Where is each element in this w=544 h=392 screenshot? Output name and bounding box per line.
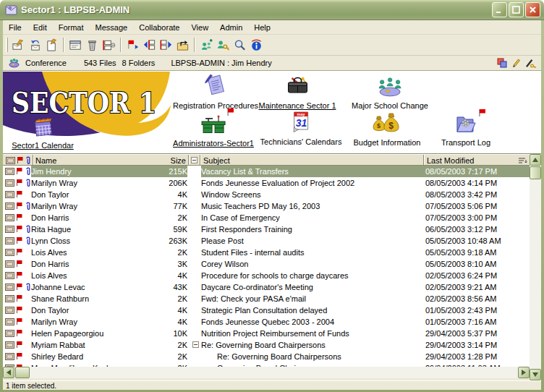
table-row[interactable]: Marilyn Wray 4K Fonds Jeunesse Quebec 20…	[3, 316, 530, 328]
folders-count: 8 Folders	[122, 59, 156, 67]
edit-pencil-icon[interactable]	[511, 58, 520, 68]
header-flag-icon[interactable]	[17, 155, 23, 166]
collapse-box[interactable]	[190, 223, 201, 235]
table-row[interactable]: Don Harris 3K Corey Wilson 05/05/2003 8:…	[3, 258, 530, 270]
collapse-box[interactable]	[190, 235, 201, 247]
subject-text: In Case of Emergency	[201, 212, 425, 223]
table-row[interactable]: Helen Papageorgiou 10K Nutrition Project…	[3, 328, 530, 339]
table-row[interactable]: Marilyn Wray 77K Music Teachers PD May 1…	[3, 200, 530, 212]
scroll-up-button[interactable]	[530, 154, 541, 166]
header-collapse-all-box[interactable]	[191, 155, 197, 166]
column-header-subject[interactable]: Subject	[203, 155, 230, 166]
menu-message[interactable]: Message	[90, 21, 134, 34]
collapse-box[interactable]	[190, 166, 201, 177]
table-row[interactable]: Shane Rathburn 2K Fwd: Check your PASA e…	[3, 293, 530, 304]
about-button[interactable]	[248, 37, 265, 54]
reply-button[interactable]	[27, 37, 43, 54]
add-member-button[interactable]	[198, 37, 215, 54]
banner-item-label: Sector1 Calendar	[12, 141, 74, 150]
search-button[interactable]	[231, 37, 248, 54]
table-row[interactable]: Marilyn Wray 206K Fonds Jeunesse Evaluat…	[3, 177, 530, 189]
collapse-box[interactable]	[190, 351, 201, 362]
flag-message-button[interactable]	[124, 37, 141, 54]
collapse-box[interactable]	[190, 339, 201, 351]
delete-button[interactable]	[84, 37, 101, 54]
banner-item-major-school-change[interactable]: Major School Change	[352, 72, 428, 110]
table-row[interactable]: Don Taylor 4K Window Screens 08/05/2003 …	[3, 189, 530, 200]
layout-icon[interactable]	[497, 58, 507, 68]
table-row[interactable]: Lois Alves 4K Procedure for schools to c…	[3, 270, 530, 281]
collapse-box[interactable]	[190, 293, 201, 304]
horizontal-scroll-thumb[interactable]	[15, 367, 30, 378]
vertical-scroll-thumb[interactable]	[530, 166, 541, 179]
table-row[interactable]: Rita Hague 59K First Responders Training…	[3, 223, 530, 235]
column-header-size[interactable]: Size	[145, 155, 186, 166]
banner-item-budget-information[interactable]: $$ Budget Information	[354, 108, 421, 147]
up-one-level-button[interactable]	[174, 37, 191, 54]
message-icon	[5, 189, 15, 200]
table-row[interactable]: Don Harris 2K In Case of Emergency 07/05…	[3, 212, 530, 223]
collapse-box[interactable]	[190, 270, 201, 281]
banner-item-maintenance-sector1[interactable]: Maintenance Sector 1	[258, 72, 336, 110]
scroll-down-button[interactable]	[530, 369, 541, 380]
toolbar-grip[interactable]	[6, 38, 8, 52]
message-icon	[5, 166, 15, 177]
table-row[interactable]: Lois Alves 2K Student Files - internal a…	[3, 247, 530, 258]
menu-view[interactable]: View	[185, 21, 214, 34]
collapse-box[interactable]	[190, 212, 201, 223]
menu-file[interactable]: File	[3, 21, 27, 34]
sender-name: Don Taylor	[31, 304, 145, 316]
menu-format[interactable]: Format	[53, 21, 90, 34]
maximize-button[interactable]	[509, 2, 524, 17]
next-unread-button[interactable]	[158, 37, 174, 54]
collapse-box[interactable]	[190, 189, 201, 200]
table-row[interactable]: Don Taylor 4K Strategic Plan Consultatio…	[3, 304, 530, 316]
table-row[interactable]: Shirley Bedard 2K Re: Governing Board Ch…	[3, 351, 530, 362]
menu-admin[interactable]: Admin	[214, 21, 248, 34]
new-message-icon	[12, 38, 25, 52]
close-button[interactable]	[525, 2, 540, 17]
message-icon	[5, 258, 15, 270]
collapse-box[interactable]	[190, 200, 201, 212]
subject-text: Music Teachers PD May 16, 2003	[201, 200, 425, 212]
collapse-box[interactable]	[190, 177, 201, 189]
sort-order-icon[interactable]	[518, 155, 527, 166]
banner-item-transport-log[interactable]: Transport Log	[441, 111, 490, 147]
collapse-box[interactable]	[190, 258, 201, 270]
collapse-box[interactable]	[190, 328, 201, 339]
collapse-box[interactable]	[190, 316, 201, 328]
unsubscribe-button[interactable]	[101, 37, 117, 54]
collapse-box[interactable]	[190, 304, 201, 316]
new-document-button[interactable]	[43, 37, 60, 54]
message-icon	[5, 328, 15, 339]
table-row[interactable]: Myriam Rabbat 2K Re: Governing Board Cha…	[3, 339, 530, 351]
new-message-button[interactable]	[10, 37, 27, 54]
banner-item-sector1-calendar[interactable]: Sector1 Calendar	[12, 116, 74, 150]
sign-permission-icon[interactable]	[524, 58, 537, 68]
collapse-box[interactable]	[190, 281, 201, 293]
scroll-left-button[interactable]	[3, 367, 14, 378]
column-header-name[interactable]: Name	[35, 155, 56, 166]
permissions-button[interactable]	[215, 37, 231, 54]
table-row[interactable]: Johanne Levac 43K Daycare Co-ordinator's…	[3, 281, 530, 293]
open-message-button[interactable]	[67, 37, 84, 54]
title-bar[interactable]: Sector1 : LBPSB-ADMIN	[0, 0, 544, 20]
banner-item-technicians-calendars[interactable]: may31 Technicians' Calendars	[260, 109, 342, 146]
menu-edit[interactable]: Edit	[27, 21, 53, 34]
column-header-last-modified[interactable]: Last Modified	[427, 155, 474, 166]
header-attachment-icon[interactable]	[25, 155, 31, 166]
horizontal-scrollbar[interactable]	[3, 367, 530, 378]
header-message-icon[interactable]	[6, 155, 15, 166]
scroll-right-button[interactable]	[518, 367, 530, 378]
menu-collaborate[interactable]: Collaborate	[133, 21, 185, 34]
menu-help[interactable]: Help	[248, 21, 276, 34]
collapse-box[interactable]	[190, 247, 201, 258]
flag-icon	[16, 247, 24, 258]
previous-unread-button[interactable]	[141, 37, 158, 54]
minimize-button[interactable]	[492, 2, 507, 17]
table-row[interactable]: Jim Hendry 215K Vacancy List & Transfers…	[3, 166, 530, 177]
banner-item-administrators-sector1[interactable]: Administrators-Sector1	[173, 111, 254, 148]
banner-item-registration-procedures[interactable]: Registration Procedures	[173, 73, 258, 110]
vertical-scrollbar[interactable]	[530, 154, 541, 380]
table-row[interactable]: Lynn Closs 263K Please Post 05/05/2003 1…	[3, 235, 530, 247]
